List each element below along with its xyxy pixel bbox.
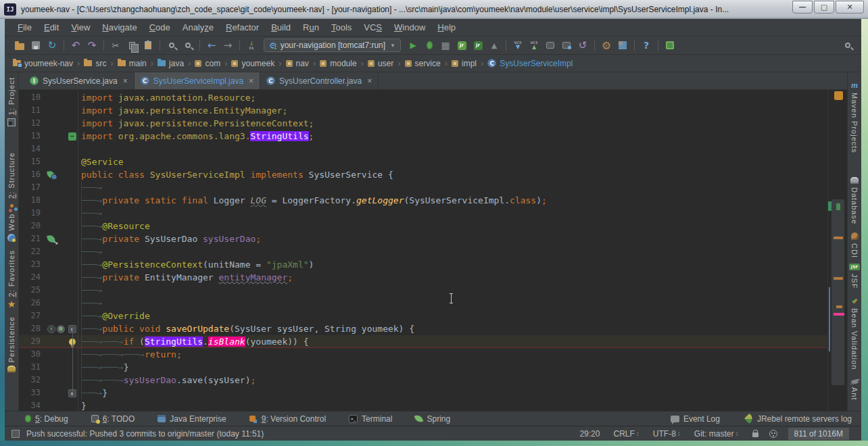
forward-icon[interactable]: → (222, 39, 234, 51)
spring-wire-gutter-icon[interactable] (47, 234, 55, 243)
menu-file[interactable]: File (11, 20, 38, 36)
toolwindow-button-ant[interactable]: Ant (848, 380, 861, 401)
minimize-button[interactable]: — (792, 1, 813, 14)
menu-view[interactable]: View (65, 20, 96, 36)
scrollbar-thumb[interactable] (831, 199, 844, 385)
breadcrumb-java[interactable]: java (158, 59, 184, 68)
search-icon[interactable] (842, 39, 854, 51)
stripe-mark-warning1[interactable] (834, 237, 843, 239)
git-branch-widget[interactable]: Git: master↕ (694, 429, 739, 439)
breadcrumb-main[interactable]: main (118, 59, 147, 68)
menu-window[interactable]: Window (388, 20, 431, 36)
save-icon[interactable] (30, 39, 42, 51)
profile-icon[interactable]: ▲ (488, 39, 500, 51)
coverage-icon[interactable]: ▦ (439, 39, 452, 51)
rollback-icon[interactable]: ↺ (577, 39, 589, 51)
inspection-status-square[interactable] (834, 91, 843, 100)
vcs-update-icon[interactable]: VCS▼ (512, 39, 524, 51)
toolwindow-button-javaenterprise[interactable]: Java Enterprise (158, 414, 226, 424)
shelve-icon[interactable] (560, 39, 573, 51)
tab-close-icon[interactable]: × (123, 76, 128, 86)
tab-SysUserServiceImpl.java[interactable]: CSysUserServiceImpl.java× (135, 72, 260, 89)
breadcrumb-nav[interactable]: nav (286, 59, 309, 68)
editor[interactable]: 10import javax.annotation.Resource;11imp… (19, 90, 827, 411)
breadcrumb-module[interactable]: module (320, 59, 356, 68)
tab-close-icon[interactable]: × (249, 76, 254, 86)
breadcrumb-youmeek-nav[interactable]: youmeek-nav (13, 59, 73, 68)
stripe-mark-usage-pink[interactable] (834, 313, 844, 316)
run-icon[interactable]: ▶ (407, 39, 419, 51)
toolwindow-button-structure[interactable]: 2: Structure (5, 152, 18, 209)
toolwindow-button-jrebelremoteserverslog[interactable]: JRebel remote servers log (746, 414, 852, 424)
spring-bean-gutter-icon[interactable] (47, 170, 55, 179)
jrebel-run-icon[interactable]: jr (456, 39, 468, 51)
hector-inspector-icon[interactable] (769, 430, 777, 438)
maximize-button[interactable]: ▢ (814, 1, 834, 14)
toolwindow-button-eventlog[interactable]: Event Log (671, 414, 720, 424)
toolwindow-button-database[interactable]: Database (848, 177, 861, 224)
breadcrumb-user[interactable]: user (368, 59, 393, 68)
toolwindow-button-debug[interactable]: 5: Debug (25, 414, 68, 424)
toolwindow-button-cdi[interactable]: CDI (848, 232, 861, 258)
breadcrumb-SysUserServiceImpl[interactable]: CSysUserServiceImpl (487, 59, 573, 68)
toolwindow-switcher-icon[interactable] (11, 430, 20, 438)
undo-icon[interactable]: ↶ (70, 39, 82, 51)
copy-icon[interactable] (126, 39, 138, 51)
cut-icon[interactable]: ✂ (110, 39, 122, 51)
run-configuration-select[interactable]: ⚙your-navigation [tomcat7:run]▼ (264, 39, 401, 52)
stripe-mark-warning3[interactable] (836, 305, 842, 308)
bytecode-icon[interactable]: ↓01 (245, 39, 258, 51)
toolwindow-button-versioncontrol[interactable]: 9: Version Control (249, 414, 326, 424)
toolwindow-button-web[interactable]: Web (5, 214, 18, 242)
readonly-lock-icon[interactable] (752, 432, 758, 437)
find-icon[interactable] (166, 39, 178, 51)
toolwindow-button-project[interactable]: 1: Project (5, 77, 18, 126)
menu-edit[interactable]: Edit (38, 20, 65, 36)
stash-icon[interactable] (544, 39, 556, 51)
fold-marker[interactable]: − (68, 132, 76, 141)
breadcrumb-com[interactable]: com (195, 59, 220, 68)
menu-analyze[interactable]: Analyze (176, 20, 220, 36)
toolwindow-button-todo[interactable]: 6: TODO (91, 414, 135, 424)
help-icon[interactable]: ? (640, 39, 652, 51)
memory-indicator[interactable]: 811 of 1016M (788, 428, 850, 440)
override-gutter-icon[interactable]: ↑ (47, 325, 55, 333)
jrebel-sync-icon[interactable] (664, 39, 676, 51)
settings-icon[interactable]: ⚙ (600, 39, 612, 51)
paste-icon[interactable] (142, 39, 154, 51)
stripe-mark-green2[interactable] (836, 203, 840, 210)
menu-build[interactable]: Build (265, 20, 297, 36)
encoding-widget[interactable]: UTF-8↕ (653, 429, 681, 439)
debug-icon[interactable] (423, 39, 435, 51)
menu-refactor[interactable]: Refactor (220, 20, 265, 36)
stripe-mark-green[interactable] (828, 201, 831, 211)
jrebel-debug-icon[interactable]: jr (472, 39, 484, 51)
menu-run[interactable]: Run (297, 20, 325, 36)
toolwindow-button-persistence[interactable]: Persistence (5, 316, 18, 372)
line-separator-widget[interactable]: CRLF↕ (613, 429, 639, 439)
toolwindow-button-beanvalidation[interactable]: ✔Bean Validation (848, 297, 861, 370)
toolwindow-button-spring[interactable]: Spring (415, 414, 450, 424)
menu-tools[interactable]: Tools (325, 20, 358, 36)
tab-SysUserController.java[interactable]: CSysUserController.java× (260, 72, 379, 89)
menu-code[interactable]: Code (143, 20, 176, 36)
breadcrumb-impl[interactable]: impl (452, 59, 477, 68)
sync-icon[interactable]: ↻ (46, 39, 58, 51)
menu-navigate[interactable]: Navigate (96, 20, 143, 36)
caret-position-widget[interactable]: 29:20 (579, 429, 600, 439)
toolwindow-button-jsf[interactable]: JSFJSF (848, 264, 861, 289)
open-folder-icon[interactable] (14, 39, 26, 51)
toolwindow-button-terminal[interactable]: >_Terminal (349, 414, 392, 424)
project-structure-icon[interactable] (617, 39, 629, 51)
toolwindow-button-favorites[interactable]: 2: Favorites★ (5, 250, 18, 308)
replace-icon[interactable] (182, 39, 194, 51)
stripe-mark-warning2[interactable] (834, 277, 843, 280)
back-icon[interactable]: ← (206, 39, 218, 51)
redo-icon[interactable]: ↷ (86, 39, 98, 51)
vcs-commit-icon[interactable]: VCS▲ (528, 39, 540, 51)
breadcrumb-src[interactable]: src (84, 59, 106, 68)
menu-vcs[interactable]: VCS (358, 20, 388, 36)
breadcrumb-youmeek[interactable]: youmeek (231, 59, 274, 68)
tab-SysUserService.java[interactable]: ISysUserService.java× (24, 72, 135, 89)
close-button[interactable]: ✕ (836, 1, 864, 14)
